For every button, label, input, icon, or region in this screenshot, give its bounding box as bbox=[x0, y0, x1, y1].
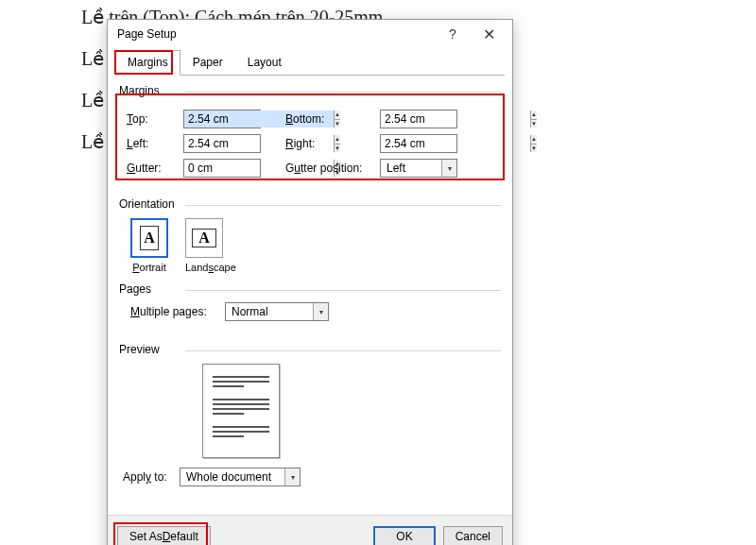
spin-up-icon[interactable]: ▲ bbox=[531, 111, 537, 120]
tab-margins[interactable]: Margins bbox=[115, 50, 180, 76]
multiple-pages-value: Normal bbox=[226, 305, 313, 318]
spin-down-icon[interactable]: ▼ bbox=[531, 145, 537, 153]
label-bottom: Bottom: bbox=[285, 112, 380, 126]
tab-layout[interactable]: Layout bbox=[235, 50, 294, 76]
combo-gutter-position[interactable]: Left ▾ bbox=[380, 159, 457, 178]
right-value[interactable] bbox=[381, 135, 530, 152]
label-right: Right: bbox=[285, 137, 380, 150]
section-preview: Preview bbox=[119, 343, 501, 356]
label-multiple-pages: Multiple pages: bbox=[130, 305, 225, 318]
section-orientation: Orientation bbox=[119, 197, 501, 211]
input-top[interactable]: ▲▼ bbox=[183, 110, 261, 128]
bg-line-2: Lề bbox=[81, 47, 104, 70]
chevron-down-icon[interactable]: ▾ bbox=[313, 303, 328, 320]
chevron-down-icon[interactable]: ▾ bbox=[284, 468, 300, 485]
ok-button[interactable]: OK bbox=[373, 526, 435, 546]
spin-up-icon[interactable]: ▲ bbox=[531, 135, 537, 145]
bg-line-4: Lề bbox=[81, 130, 104, 153]
label-gutter: Gutter: bbox=[127, 162, 183, 175]
tabstrip: Margins Paper Layout bbox=[108, 50, 512, 76]
orientation-portrait[interactable]: A Portrait bbox=[130, 218, 168, 273]
landscape-label: Landscape bbox=[185, 262, 236, 273]
section-margins: Margins bbox=[119, 84, 501, 97]
portrait-icon: A bbox=[140, 226, 159, 250]
gutter-position-value: Left bbox=[381, 162, 441, 175]
margins-grid: Top: ▲▼ Bottom: ▲▼ Left: ▲▼ bbox=[119, 99, 501, 188]
input-gutter[interactable]: ▲▼ bbox=[183, 159, 261, 178]
cancel-button[interactable]: Cancel bbox=[443, 526, 503, 546]
titlebar: Page Setup ? ✕ bbox=[108, 20, 512, 48]
page-setup-dialog: Page Setup ? ✕ Margins Paper Layout Marg… bbox=[107, 19, 513, 545]
label-top: Top: bbox=[127, 112, 183, 126]
input-bottom[interactable]: ▲▼ bbox=[380, 110, 457, 128]
set-as-default-button[interactable]: Set As Default bbox=[117, 526, 211, 546]
input-right[interactable]: ▲▼ bbox=[380, 134, 457, 153]
combo-apply-to[interactable]: Whole document ▾ bbox=[180, 468, 301, 486]
tab-paper[interactable]: Paper bbox=[180, 50, 235, 76]
orientation-landscape[interactable]: A Landscape bbox=[185, 218, 236, 273]
portrait-label: Portrait bbox=[130, 262, 168, 273]
combo-multiple-pages[interactable]: Normal ▾ bbox=[225, 302, 329, 321]
label-left: Left: bbox=[127, 137, 183, 150]
dialog-title: Page Setup bbox=[117, 27, 435, 41]
preview-page-icon bbox=[202, 364, 280, 458]
input-left[interactable]: ▲▼ bbox=[183, 134, 261, 153]
help-button[interactable]: ? bbox=[435, 21, 471, 47]
bg-line-3: Lề bbox=[81, 89, 104, 111]
label-apply-to: Apply to: bbox=[123, 470, 180, 484]
section-pages: Pages bbox=[119, 282, 501, 296]
label-gutter-position: Gutter position: bbox=[285, 162, 380, 175]
close-button[interactable]: ✕ bbox=[471, 21, 507, 47]
apply-to-value: Whole document bbox=[180, 470, 284, 484]
chevron-down-icon[interactable]: ▾ bbox=[441, 160, 456, 177]
footer: Set As Default OK Cancel bbox=[108, 515, 512, 545]
landscape-icon: A bbox=[192, 229, 216, 247]
spin-down-icon[interactable]: ▼ bbox=[531, 120, 537, 128]
bottom-value[interactable] bbox=[381, 111, 530, 128]
